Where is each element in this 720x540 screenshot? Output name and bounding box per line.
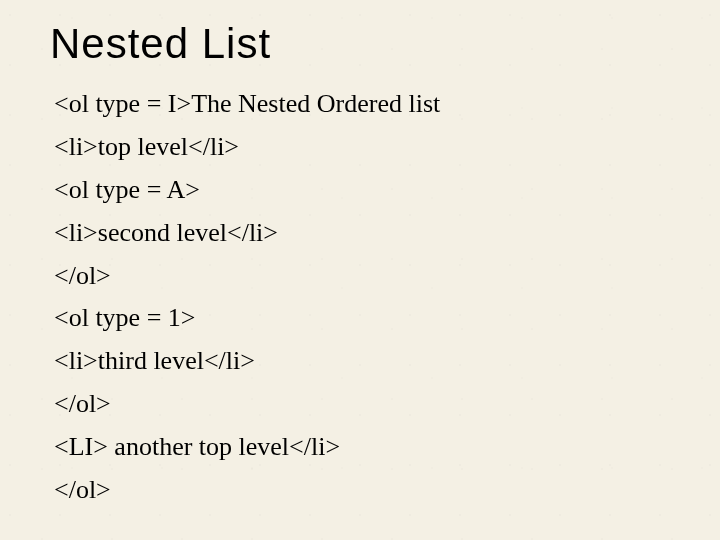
page-title: Nested List bbox=[50, 20, 670, 68]
code-line: <ol type = 1> bbox=[54, 297, 670, 340]
code-line: <ol type = I>The Nested Ordered list bbox=[54, 83, 670, 126]
code-line: <ol type = A> bbox=[54, 169, 670, 212]
code-line: </ol> bbox=[54, 469, 670, 512]
code-line: </ol> bbox=[54, 255, 670, 298]
code-line: <li>second level</li> bbox=[54, 212, 670, 255]
code-line: <LI> another top level</li> bbox=[54, 426, 670, 469]
code-line: </ol> bbox=[54, 383, 670, 426]
code-line: <li>top level</li> bbox=[54, 126, 670, 169]
code-line: <li>third level</li> bbox=[54, 340, 670, 383]
